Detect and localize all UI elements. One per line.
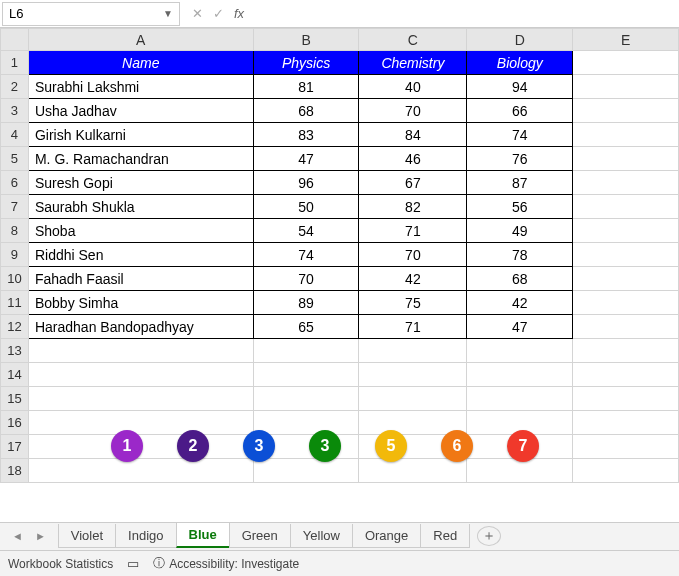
cell[interactable] bbox=[253, 339, 359, 363]
add-sheet-button[interactable]: ＋ bbox=[477, 526, 501, 546]
cell-name[interactable]: Haradhan Bandopadhyay bbox=[28, 315, 253, 339]
cell-biology[interactable]: 49 bbox=[467, 219, 573, 243]
cell-chemistry[interactable]: 46 bbox=[359, 147, 467, 171]
row-header[interactable]: 7 bbox=[1, 195, 29, 219]
cell-physics[interactable]: 81 bbox=[253, 75, 359, 99]
name-box-dropdown-icon[interactable]: ▼ bbox=[163, 8, 173, 19]
accessibility-status[interactable]: ⓘ Accessibility: Investigate bbox=[153, 555, 299, 572]
row-header[interactable]: 15 bbox=[1, 387, 29, 411]
cell[interactable] bbox=[573, 147, 679, 171]
cell[interactable] bbox=[573, 195, 679, 219]
cell-chemistry[interactable]: 84 bbox=[359, 123, 467, 147]
cell[interactable] bbox=[573, 171, 679, 195]
cell[interactable] bbox=[467, 339, 573, 363]
header-chemistry[interactable]: Chemistry bbox=[359, 51, 467, 75]
cell[interactable] bbox=[573, 123, 679, 147]
cell[interactable] bbox=[28, 363, 253, 387]
cell[interactable] bbox=[253, 363, 359, 387]
row-header[interactable]: 13 bbox=[1, 339, 29, 363]
cell[interactable] bbox=[573, 435, 679, 459]
cell[interactable] bbox=[573, 387, 679, 411]
row-header[interactable]: 6 bbox=[1, 171, 29, 195]
cell[interactable] bbox=[28, 435, 253, 459]
col-header-E[interactable]: E bbox=[573, 29, 679, 51]
cell-physics[interactable]: 70 bbox=[253, 267, 359, 291]
cell[interactable] bbox=[359, 339, 467, 363]
row-header[interactable]: 5 bbox=[1, 147, 29, 171]
cell-name[interactable]: Usha Jadhav bbox=[28, 99, 253, 123]
cell[interactable] bbox=[573, 267, 679, 291]
cell-physics[interactable]: 74 bbox=[253, 243, 359, 267]
cell-biology[interactable]: 94 bbox=[467, 75, 573, 99]
cell-physics[interactable]: 54 bbox=[253, 219, 359, 243]
cell-chemistry[interactable]: 82 bbox=[359, 195, 467, 219]
workbook-stats-label[interactable]: Workbook Statistics bbox=[8, 557, 113, 571]
cell-biology[interactable]: 87 bbox=[467, 171, 573, 195]
cell-chemistry[interactable]: 70 bbox=[359, 243, 467, 267]
cell[interactable] bbox=[573, 75, 679, 99]
cell[interactable] bbox=[253, 387, 359, 411]
select-all-cell[interactable] bbox=[1, 29, 29, 51]
col-header-C[interactable]: C bbox=[359, 29, 467, 51]
row-header[interactable]: 1 bbox=[1, 51, 29, 75]
cell-name[interactable]: M. G. Ramachandran bbox=[28, 147, 253, 171]
spreadsheet-grid[interactable]: A B C D E 1NamePhysicsChemistryBiology2S… bbox=[0, 28, 679, 483]
cell[interactable] bbox=[28, 339, 253, 363]
row-header[interactable]: 9 bbox=[1, 243, 29, 267]
cell-name[interactable]: Suresh Gopi bbox=[28, 171, 253, 195]
fx-icon[interactable]: fx bbox=[234, 6, 244, 21]
cell-biology[interactable]: 42 bbox=[467, 291, 573, 315]
cell[interactable] bbox=[467, 387, 573, 411]
row-header[interactable]: 2 bbox=[1, 75, 29, 99]
cell-name[interactable]: Shoba bbox=[28, 219, 253, 243]
cell-physics[interactable]: 50 bbox=[253, 195, 359, 219]
cell[interactable] bbox=[467, 411, 573, 435]
cell-biology[interactable]: 74 bbox=[467, 123, 573, 147]
cell-biology[interactable]: 78 bbox=[467, 243, 573, 267]
row-header[interactable]: 3 bbox=[1, 99, 29, 123]
cell[interactable] bbox=[573, 315, 679, 339]
cell-biology[interactable]: 56 bbox=[467, 195, 573, 219]
cell-physics[interactable]: 83 bbox=[253, 123, 359, 147]
cell[interactable] bbox=[28, 459, 253, 483]
col-header-B[interactable]: B bbox=[253, 29, 359, 51]
sheet-tab-yellow[interactable]: Yellow bbox=[290, 524, 353, 548]
name-box[interactable]: ▼ bbox=[2, 2, 180, 26]
cell[interactable] bbox=[359, 459, 467, 483]
cell[interactable] bbox=[573, 411, 679, 435]
tab-nav-prev-icon[interactable]: ◄ bbox=[8, 528, 27, 544]
cell-physics[interactable]: 68 bbox=[253, 99, 359, 123]
name-box-input[interactable] bbox=[9, 6, 163, 21]
cell-physics[interactable]: 47 bbox=[253, 147, 359, 171]
cell[interactable] bbox=[359, 411, 467, 435]
cell[interactable] bbox=[253, 435, 359, 459]
cell-chemistry[interactable]: 70 bbox=[359, 99, 467, 123]
cell-chemistry[interactable]: 71 bbox=[359, 219, 467, 243]
display-settings-icon[interactable]: ▭ bbox=[127, 556, 139, 571]
tab-nav-arrows[interactable]: ◄ ► bbox=[0, 528, 58, 544]
cell[interactable] bbox=[573, 363, 679, 387]
cell-name[interactable]: Saurabh Shukla bbox=[28, 195, 253, 219]
cell[interactable] bbox=[573, 339, 679, 363]
cell-biology[interactable]: 68 bbox=[467, 267, 573, 291]
row-header[interactable]: 17 bbox=[1, 435, 29, 459]
cell-physics[interactable]: 96 bbox=[253, 171, 359, 195]
cell[interactable] bbox=[467, 459, 573, 483]
cell-chemistry[interactable]: 67 bbox=[359, 171, 467, 195]
cell-chemistry[interactable]: 40 bbox=[359, 75, 467, 99]
cell[interactable] bbox=[573, 51, 679, 75]
cell-physics[interactable]: 89 bbox=[253, 291, 359, 315]
cell-biology[interactable]: 76 bbox=[467, 147, 573, 171]
header-biology[interactable]: Biology bbox=[467, 51, 573, 75]
cell-name[interactable]: Fahadh Faasil bbox=[28, 267, 253, 291]
cell[interactable] bbox=[253, 411, 359, 435]
cell-biology[interactable]: 66 bbox=[467, 99, 573, 123]
cell-chemistry[interactable]: 71 bbox=[359, 315, 467, 339]
cell[interactable] bbox=[28, 387, 253, 411]
row-header[interactable]: 8 bbox=[1, 219, 29, 243]
cell[interactable] bbox=[573, 459, 679, 483]
row-header[interactable]: 18 bbox=[1, 459, 29, 483]
cell-biology[interactable]: 47 bbox=[467, 315, 573, 339]
cell-physics[interactable]: 65 bbox=[253, 315, 359, 339]
sheet-tab-indigo[interactable]: Indigo bbox=[115, 524, 176, 548]
